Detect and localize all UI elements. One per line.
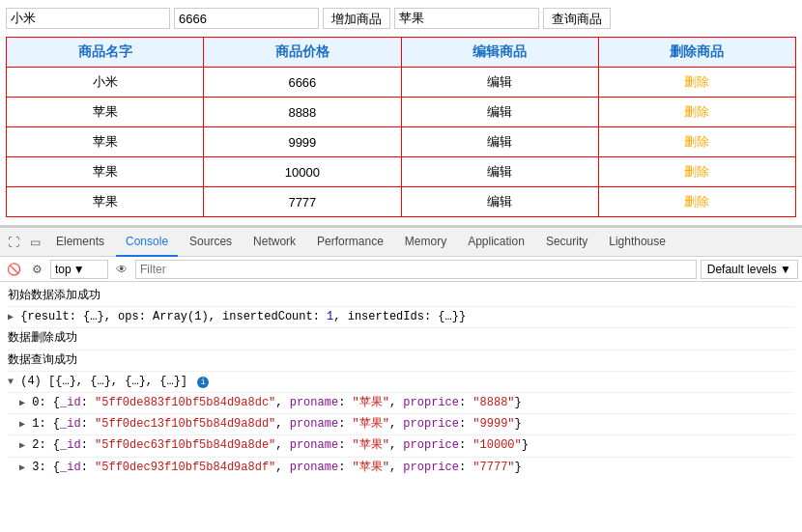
table-row: 苹果7777编辑删除 bbox=[7, 187, 796, 217]
tab-sources[interactable]: Sources bbox=[180, 228, 242, 257]
top-bar: 增加商品 查询商品 bbox=[6, 8, 796, 29]
log-text: 3: {_id: "5ff0dec93f10bf5b84d9a8df", pro… bbox=[32, 461, 522, 474]
table-row: 苹果10000编辑删除 bbox=[7, 157, 796, 187]
cell-edit: 编辑 bbox=[401, 157, 598, 187]
edit-button[interactable]: 编辑 bbox=[487, 194, 512, 209]
cell-product-name: 苹果 bbox=[7, 187, 204, 217]
cell-product-price: 10000 bbox=[204, 157, 401, 187]
console-toolbar: 🚫 ⚙ top ▼ 👁 Default levels ▼ bbox=[0, 257, 802, 282]
clear-console-icon[interactable]: 🚫 bbox=[4, 260, 23, 279]
log-line: ▼ (4) [{…}, {…}, {…}, {…}] i bbox=[8, 372, 794, 393]
col-header-delete: 删除商品 bbox=[598, 38, 795, 68]
log-line: 数据查询成功 bbox=[8, 350, 794, 372]
delete-button[interactable]: 删除 bbox=[684, 164, 709, 179]
app-area: 增加商品 查询商品 商品名字 商品价格 编辑商品 删除商品 小米6666编辑删除… bbox=[0, 0, 802, 226]
cell-product-name: 苹果 bbox=[7, 127, 204, 157]
tab-application[interactable]: Application bbox=[458, 228, 534, 257]
log-line: ▶ 1: {_id: "5ff0dec13f10bf5b84d9a8dd", p… bbox=[8, 414, 794, 435]
tab-network[interactable]: Network bbox=[243, 228, 305, 257]
tab-lighthouse[interactable]: Lighthouse bbox=[599, 228, 675, 257]
log-text: 0: {_id: "5ff0de883f10bf5b84d9a8dc", pro… bbox=[32, 396, 522, 409]
expand-icon[interactable]: ▶ bbox=[8, 312, 14, 322]
cell-product-name: 苹果 bbox=[7, 98, 204, 127]
edit-button[interactable]: 编辑 bbox=[487, 164, 512, 179]
info-icon: i bbox=[197, 377, 209, 388]
tab-performance[interactable]: Performance bbox=[307, 228, 393, 257]
table-body: 小米6666编辑删除苹果8888编辑删除苹果9999编辑删除苹果10000编辑删… bbox=[7, 68, 796, 217]
col-header-edit: 编辑商品 bbox=[401, 38, 598, 68]
inspect-icon[interactable]: ⛶ bbox=[4, 233, 23, 252]
cell-delete: 删除 bbox=[598, 68, 795, 98]
tab-console[interactable]: Console bbox=[116, 228, 178, 257]
edit-button[interactable]: 编辑 bbox=[487, 74, 512, 89]
cell-product-price: 6666 bbox=[204, 68, 401, 98]
cell-delete: 删除 bbox=[598, 157, 795, 187]
edit-button[interactable]: 编辑 bbox=[487, 104, 512, 119]
context-value: top bbox=[55, 263, 72, 276]
log-line: ▶ {result: {…}, ops: Array(1), insertedC… bbox=[8, 307, 794, 328]
eye-icon[interactable]: 👁 bbox=[112, 260, 131, 279]
filter-input[interactable] bbox=[135, 260, 697, 279]
cell-delete: 删除 bbox=[598, 98, 795, 127]
log-line: 初始数据添加成功 bbox=[8, 286, 794, 307]
delete-button[interactable]: 删除 bbox=[684, 104, 709, 119]
tab-security[interactable]: Security bbox=[536, 228, 597, 257]
log-text: {result: {…}, ops: Array(1), insertedCou… bbox=[20, 310, 466, 323]
name-input[interactable] bbox=[6, 8, 170, 29]
expand-icon[interactable]: ▶ bbox=[19, 440, 25, 451]
delete-button[interactable]: 删除 bbox=[684, 74, 709, 89]
edit-button[interactable]: 编辑 bbox=[487, 134, 512, 149]
add-product-button[interactable]: 增加商品 bbox=[323, 8, 390, 29]
product-table: 商品名字 商品价格 编辑商品 删除商品 小米6666编辑删除苹果8888编辑删除… bbox=[6, 37, 796, 217]
console-output: 初始数据添加成功 ▶ {result: {…}, ops: Array(1), … bbox=[0, 282, 802, 475]
devtools-tabbar: ⛶ ▭ Elements Console Sources Network Per… bbox=[0, 228, 802, 257]
cell-product-name: 苹果 bbox=[7, 157, 204, 187]
table-header-row: 商品名字 商品价格 编辑商品 删除商品 bbox=[7, 38, 796, 68]
context-arrow-icon: ▼ bbox=[73, 263, 85, 276]
cell-edit: 编辑 bbox=[401, 98, 598, 127]
expand-icon[interactable]: ▶ bbox=[19, 419, 25, 430]
tab-elements[interactable]: Elements bbox=[46, 228, 114, 257]
log-text: 2: {_id: "5ff0dec63f10bf5b84d9a8de", pro… bbox=[32, 438, 529, 452]
log-text: 1: {_id: "5ff0dec13f10bf5b84d9a8dd", pro… bbox=[32, 417, 522, 431]
cell-product-price: 7777 bbox=[204, 187, 401, 217]
cell-delete: 删除 bbox=[598, 127, 795, 157]
console-settings-icon[interactable]: ⚙ bbox=[27, 260, 46, 279]
log-line: ▶ 3: {_id: "5ff0dec93f10bf5b84d9a8df", p… bbox=[8, 458, 794, 476]
col-header-price: 商品价格 bbox=[204, 38, 401, 68]
expand-icon[interactable]: ▶ bbox=[19, 398, 25, 408]
expand-icon[interactable]: ▶ bbox=[19, 462, 25, 473]
cell-edit: 编辑 bbox=[401, 68, 598, 98]
log-line: ▶ 2: {_id: "5ff0dec63f10bf5b84d9a8de", p… bbox=[8, 435, 794, 457]
cell-product-price: 8888 bbox=[204, 98, 401, 127]
cell-product-price: 9999 bbox=[204, 127, 401, 157]
delete-button[interactable]: 删除 bbox=[684, 194, 709, 209]
tab-memory[interactable]: Memory bbox=[395, 228, 456, 257]
cell-edit: 编辑 bbox=[401, 127, 598, 157]
cell-delete: 删除 bbox=[598, 187, 795, 217]
col-header-name: 商品名字 bbox=[7, 38, 204, 68]
cell-edit: 编辑 bbox=[401, 187, 598, 217]
devtools-panel: ⛶ ▭ Elements Console Sources Network Per… bbox=[0, 226, 802, 475]
delete-button[interactable]: 删除 bbox=[684, 134, 709, 149]
context-selector[interactable]: top ▼ bbox=[50, 260, 108, 279]
cell-product-name: 小米 bbox=[7, 68, 204, 98]
table-row: 小米6666编辑删除 bbox=[7, 68, 796, 98]
table-row: 苹果8888编辑删除 bbox=[7, 98, 796, 127]
expand-icon[interactable]: ▼ bbox=[8, 377, 14, 387]
device-icon[interactable]: ▭ bbox=[25, 233, 44, 252]
query-product-button[interactable]: 查询商品 bbox=[543, 8, 611, 29]
log-text: (4) [{…}, {…}, {…}, {…}] bbox=[20, 375, 187, 388]
default-levels-selector[interactable]: Default levels ▼ bbox=[701, 260, 798, 279]
log-line: ▶ 0: {_id: "5ff0de883f10bf5b84d9a8dc", p… bbox=[8, 393, 794, 414]
search-input[interactable] bbox=[394, 8, 539, 29]
table-row: 苹果9999编辑删除 bbox=[7, 127, 796, 157]
log-line: 数据删除成功 bbox=[8, 328, 794, 350]
price-input[interactable] bbox=[174, 8, 319, 29]
